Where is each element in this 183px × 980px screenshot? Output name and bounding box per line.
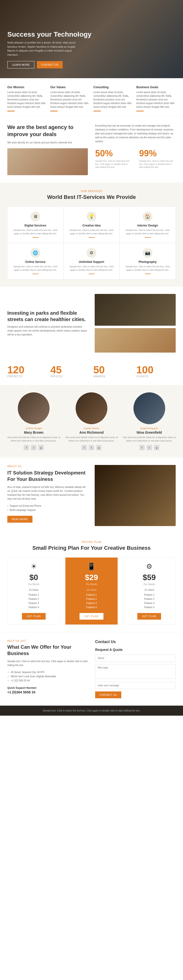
learn-more-button[interactable]: LEARN MORE: [7, 61, 35, 68]
mission-bar-2: [50, 111, 58, 111]
service-interior-title: Interior Design: [123, 224, 172, 227]
pricing-card-free: ☀ $0 Per Month 10 Users Feature 1 Featur…: [7, 557, 60, 625]
pricing-feature-pro-4: Feature 4: [127, 605, 172, 609]
mission-title-1: Our Mission: [7, 86, 47, 89]
help-list: 45 Street, Network City, NY/PO Which don…: [7, 670, 88, 682]
team-role-mary: content manager: [7, 427, 60, 430]
help-list-item-3: +1 322 545 55 44: [7, 678, 88, 682]
twitter-icon-mary[interactable]: t: [31, 445, 36, 450]
service-photography-title: Photography: [123, 260, 172, 264]
footer: Sample text. Click to select the text bo…: [0, 706, 183, 716]
service-support-text: Sample text. Click to select the text bo…: [67, 265, 116, 272]
pricing-feature-pro-1: Feature 1: [127, 593, 172, 597]
about-section: ABOUT US IT Solution Strategy Developmen…: [0, 458, 183, 533]
mission-section: Our Mission Lorem ipsum dolor sit amet, …: [0, 78, 183, 116]
about-title: IT Solution Strategy Development For You…: [7, 469, 88, 482]
team-role-ann: creative director: [65, 427, 118, 430]
service-online: 🌐 Online Service Sample text. Click to s…: [7, 243, 63, 279]
agency-subtitle: We work directly for our clients and put…: [7, 141, 88, 145]
google-icon-mary[interactable]: g: [38, 445, 44, 450]
google-icon-nina[interactable]: g: [154, 445, 159, 450]
pricing-feature-mid-3: Feature 3: [69, 601, 114, 605]
hero-section: Success your Technology Nulla aliquam ut…: [0, 0, 183, 78]
stat-num-1: 50%: [95, 148, 132, 159]
help-label: HELP US 24/7: [7, 640, 88, 642]
about-read-more-button[interactable]: READ MORE: [7, 516, 32, 523]
photography-icon: 📷: [143, 248, 153, 258]
pricing-title: Small Pricing Plan For Your Creative Bus…: [7, 545, 176, 551]
pricing-price-free: $0: [11, 573, 56, 582]
pricing-features-free: Feature 1 Feature 2 Feature 3 Feature 4: [11, 593, 56, 609]
contact-submit-button[interactable]: CONTACT US: [95, 692, 121, 698]
stats-row: 50% Sample text. Click to select the tex…: [95, 148, 176, 169]
service-digital: 🖥 Digital Services Sample text. Click to…: [7, 207, 63, 243]
mission-title-4: Business Goals: [136, 86, 176, 89]
team-card-nina: programming guru Nina Greenfield Ulax am…: [123, 392, 176, 450]
agency-right-text: Everything that can be necessary to crea…: [95, 124, 176, 143]
help-text: Sample text. Click to select the text bo…: [7, 659, 88, 667]
about-left: ABOUT US IT Solution Strategy Developmen…: [7, 465, 88, 523]
pricing-grid: ☀ $0 Per Month 10 Users Feature 1 Featur…: [7, 557, 176, 625]
interior-design-icon: 🏠: [143, 212, 153, 221]
services-grid: 🖥 Digital Services Sample text. Click to…: [7, 207, 176, 279]
service-digital-text: Sample text. Click to select the text bo…: [11, 229, 60, 235]
team-section: content manager Mary Brown Ulax amet ris…: [0, 385, 183, 458]
mission-bar-1: [7, 111, 15, 111]
mission-grid: Our Mission Lorem ipsum dolor sit amet, …: [7, 86, 176, 111]
pricing-period-pro: Per Month: [127, 583, 172, 585]
contact-us-hero-button[interactable]: CONTACT US: [37, 61, 63, 68]
contact-title: Contact Us: [95, 640, 176, 644]
service-creative-text: Sample text. Click to select the text bo…: [67, 229, 116, 235]
help-list-item-1: 45 Street, Network City, NY/PO: [7, 670, 88, 675]
pricing-period-mid: Per Month: [69, 583, 114, 585]
pricing-users-free: 10 Users: [11, 589, 56, 591]
facebook-icon-ann[interactable]: f: [82, 445, 87, 450]
parks-title: Investing in parks and flexible streets …: [7, 310, 88, 323]
footer-text: Sample text. Click to select the text bo…: [7, 709, 176, 712]
agency-section: We are the best agency to improve your d…: [0, 116, 183, 183]
counter-clients-label: CLIENTS: [136, 375, 176, 378]
google-icon-ann[interactable]: g: [96, 445, 101, 450]
service-support: ⚙ Unlimited Support Sample text. Click t…: [63, 243, 120, 279]
get-plan-mid-button[interactable]: GET PLAN: [80, 613, 103, 620]
mission-title-2: Our Values: [50, 86, 90, 89]
counter-clients-num: 100: [136, 365, 176, 375]
digital-services-icon: 🖥: [30, 212, 40, 221]
service-interior-bar: [145, 237, 151, 238]
pricing-card-pro: ⚙ $59 Per Month 11 Users Feature 1 Featu…: [123, 557, 176, 625]
counter-awards-label: AWARDS: [93, 375, 133, 378]
about-list: Support via Email and Phone Multi-Langua…: [7, 504, 88, 512]
creative-idea-icon: 💡: [87, 212, 96, 221]
about-list-item-1: Support via Email and Phone: [7, 504, 88, 508]
team-card-ann: creative director Ann Richmond Ulax amet…: [65, 392, 118, 450]
name-input[interactable]: [95, 655, 176, 662]
twitter-icon-ann[interactable]: t: [89, 445, 94, 450]
pricing-feature-free-1: Feature 1: [11, 593, 56, 597]
parks-image-top: [95, 294, 176, 326]
pricing-feature-free-4: Feature 4: [11, 605, 56, 609]
twitter-icon-nina[interactable]: t: [147, 445, 152, 450]
team-grid: content manager Mary Brown Ulax amet ris…: [7, 392, 176, 450]
message-textarea[interactable]: [95, 664, 176, 679]
pricing-gear-icon: ⚙: [127, 562, 172, 571]
agency-title: We are the best agency to improve your d…: [7, 124, 88, 138]
facebook-icon-mary[interactable]: f: [24, 445, 29, 450]
quick-support-phone: +1 (0)364 5658 34: [7, 690, 88, 694]
team-desc-ann: Ulax amet risus blandit mattis axi et di…: [65, 436, 118, 442]
team-desc-mary: Ulax amet risus blandit mattis axi et di…: [7, 436, 60, 442]
counter-projects-num: 120: [7, 365, 47, 375]
email-input[interactable]: [95, 682, 176, 689]
hero-subtitle: Nulla aliquam ut porttitor leo a ipsum. …: [7, 41, 80, 57]
get-plan-free-button[interactable]: GET PLAN: [22, 613, 46, 620]
pricing-phone-icon: 📱: [69, 562, 114, 571]
get-plan-pro-button[interactable]: GET PLAN: [137, 613, 161, 620]
service-digital-title: Digital Services: [11, 224, 60, 227]
service-creative-bar: [88, 237, 95, 238]
mission-bar-4: [136, 111, 144, 111]
service-support-title: Unlimited Support: [67, 260, 116, 264]
quick-support-label: Quick Support Number: [7, 686, 88, 689]
team-card-mary: content manager Mary Brown Ulax amet ris…: [7, 392, 60, 450]
service-interior: 🏠 Interior Design Sample text. Click to …: [120, 207, 176, 243]
facebook-icon-nina[interactable]: f: [139, 445, 145, 450]
help-right: Contact Us Request A Quote CONTACT US: [95, 640, 176, 698]
